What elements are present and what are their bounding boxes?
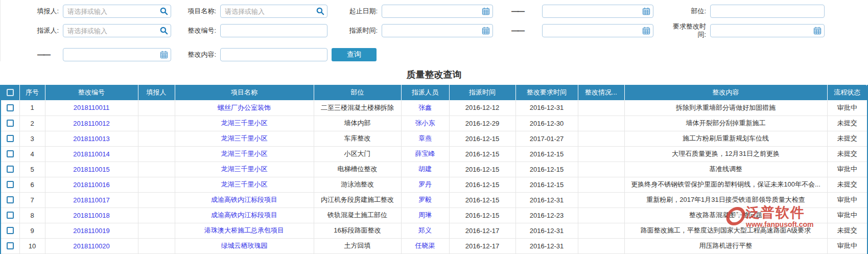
assign-time-end-input[interactable] — [542, 24, 653, 37]
rect-code-link[interactable]: 2018110015 — [73, 166, 109, 173]
row-checkbox[interactable] — [7, 227, 14, 234]
project-link[interactable]: 绿城云栖玫瑰园 — [221, 242, 268, 249]
project-link[interactable]: 龙湖三千里小区 — [221, 150, 268, 157]
row-checkbox[interactable] — [7, 212, 14, 219]
assignee-link[interactable]: 郑义 — [418, 226, 432, 234]
row-checkbox[interactable] — [7, 181, 14, 188]
calendar-icon[interactable] — [482, 7, 490, 15]
project-link[interactable]: 龙湖三千里小区 — [221, 165, 268, 173]
required-date-cell: 2016-12-15 — [515, 161, 578, 177]
calendar-icon[interactable] — [160, 51, 168, 59]
assignee-link-cell: 章燕 — [401, 131, 449, 146]
flow-status-cell: 未提交 — [827, 146, 867, 161]
rect-content-input[interactable] — [220, 48, 327, 61]
rect-code-link[interactable]: 2018110016 — [73, 181, 109, 189]
project-link[interactable]: 龙湖三千里小区 — [221, 180, 268, 188]
location-cell: 二至三楼混凝土楼梯拆除 — [314, 100, 401, 116]
required-date-cell: 2016-12-31 — [515, 238, 578, 253]
required-time-end-input[interactable] — [63, 48, 171, 61]
calendar-icon[interactable] — [642, 27, 650, 35]
rect-content-input-wrap — [220, 48, 327, 61]
project-link-cell: 龙湖三千里小区 — [175, 161, 314, 177]
required-time-input[interactable] — [710, 24, 825, 37]
reporter-label: 填报人: — [14, 7, 59, 15]
assignee-link[interactable]: 罗丹 — [418, 180, 432, 188]
project-link[interactable]: 龙湖三千里小区 — [221, 119, 268, 127]
rect-code-input[interactable] — [220, 24, 327, 37]
date-range-end-input[interactable] — [542, 5, 653, 18]
search-icon[interactable] — [316, 7, 324, 15]
project-link[interactable]: 成渝高铁内江标段项目 — [211, 196, 277, 203]
rect-content-cell: 拆除到承重墙部分请做好加固措施 — [624, 100, 827, 116]
project-name-input-wrap — [220, 5, 327, 18]
required-date-cell: 2016-12-15 — [515, 177, 578, 192]
rect-content-cell: 整改路基混凝图平整问题 — [624, 207, 827, 223]
project-link[interactable]: 成渝高铁内江标段项目 — [211, 211, 277, 219]
column-header-1: 整改编号 — [45, 85, 138, 100]
assignee-link[interactable]: 薛宝峰 — [415, 150, 435, 157]
project-link[interactable]: 龙湖三千里小区 — [221, 134, 268, 142]
date-range-start-input[interactable] — [382, 5, 493, 18]
location-cell: 小区大门 — [314, 146, 401, 161]
rect-status-info-cell — [578, 131, 624, 146]
row-checkbox[interactable] — [7, 135, 14, 142]
project-link[interactable]: 螺丝厂办公室装饰 — [218, 104, 271, 111]
rect-code-link[interactable]: 2018110017 — [73, 196, 109, 204]
project-link-cell: 龙湖三千里小区 — [175, 177, 314, 192]
row-checkbox[interactable] — [7, 120, 14, 127]
row-checkbox-cell — [1, 192, 19, 207]
date-range-label: 起止日期: — [332, 7, 378, 15]
table-header: 序号整改编号填报人项目名称部位指派人员指派时间整改要求时间整改情况...整改内容… — [1, 85, 867, 100]
calendar-icon[interactable] — [482, 27, 490, 35]
assign-date-cell: 2016-12-15 — [449, 146, 515, 161]
rect-code-link[interactable]: 2018110019 — [73, 227, 109, 235]
assignee-link[interactable]: 罗毅 — [418, 196, 432, 203]
required-date-cell: 2016-12-31 — [515, 192, 578, 207]
assignee-link[interactable]: 章燕 — [418, 134, 432, 142]
assignee-link[interactable]: 张小东 — [415, 119, 435, 127]
required-time-label: 要求整改时间: — [658, 22, 706, 39]
row-checkbox[interactable] — [7, 104, 14, 111]
location-cell: 16标段路面整改 — [314, 223, 401, 238]
query-button[interactable]: 查询 — [332, 48, 377, 61]
column-header-3: 项目名称 — [175, 85, 314, 100]
rect-code-link[interactable]: 2018110012 — [73, 120, 109, 127]
location-input[interactable] — [710, 5, 825, 18]
rect-code-link-cell: 2018110020 — [45, 238, 138, 253]
flow-status-cell: 审批中 — [827, 192, 867, 207]
rect-status-info-cell — [578, 100, 624, 116]
rect-code-link[interactable]: 2018110020 — [73, 242, 109, 250]
row-checkbox-cell — [1, 131, 19, 146]
filler-name-cell — [138, 100, 175, 116]
rect-code-link[interactable]: 2018110013 — [73, 135, 109, 143]
assign-time-start-input[interactable] — [382, 24, 493, 37]
assignee-link[interactable]: 任晓渠 — [415, 242, 435, 249]
rect-code-link-cell: 2018110012 — [45, 116, 138, 131]
rect-code-link[interactable]: 2018110011 — [74, 104, 109, 111]
project-link[interactable]: 港珠澳大桥施工总承包项目 — [204, 226, 284, 234]
project-link-cell: 龙湖三千里小区 — [175, 131, 314, 146]
project-name-input[interactable] — [220, 5, 327, 18]
filler-name-cell — [138, 146, 175, 161]
search-icon[interactable] — [160, 27, 168, 35]
flow-status-cell: 未提交 — [827, 131, 867, 146]
row-checkbox[interactable] — [7, 150, 14, 157]
row-checkbox[interactable] — [7, 196, 14, 203]
select-all-checkbox[interactable] — [7, 89, 14, 96]
date-range-start-wrap — [382, 5, 493, 18]
rect-content-cell: 大理石质量更换，12月31日之前更换 — [624, 146, 827, 161]
rect-code-link[interactable]: 2018110018 — [73, 212, 109, 219]
rect-code-link[interactable]: 2018110014 — [73, 150, 109, 158]
row-checkbox[interactable] — [7, 166, 14, 173]
calendar-icon[interactable] — [642, 7, 650, 15]
assignee-link[interactable]: 胡建 — [418, 165, 432, 173]
assigner-input[interactable] — [63, 24, 171, 37]
search-icon[interactable] — [160, 7, 168, 15]
calendar-icon[interactable] — [813, 27, 822, 35]
reporter-input[interactable] — [63, 5, 171, 18]
row-checkbox[interactable] — [7, 242, 14, 249]
row-checkbox-cell — [1, 238, 19, 253]
assignee-link[interactable]: 张鑫 — [418, 104, 432, 111]
assignee-link[interactable]: 周琳 — [418, 211, 432, 219]
rect-status-info-cell — [578, 177, 624, 192]
